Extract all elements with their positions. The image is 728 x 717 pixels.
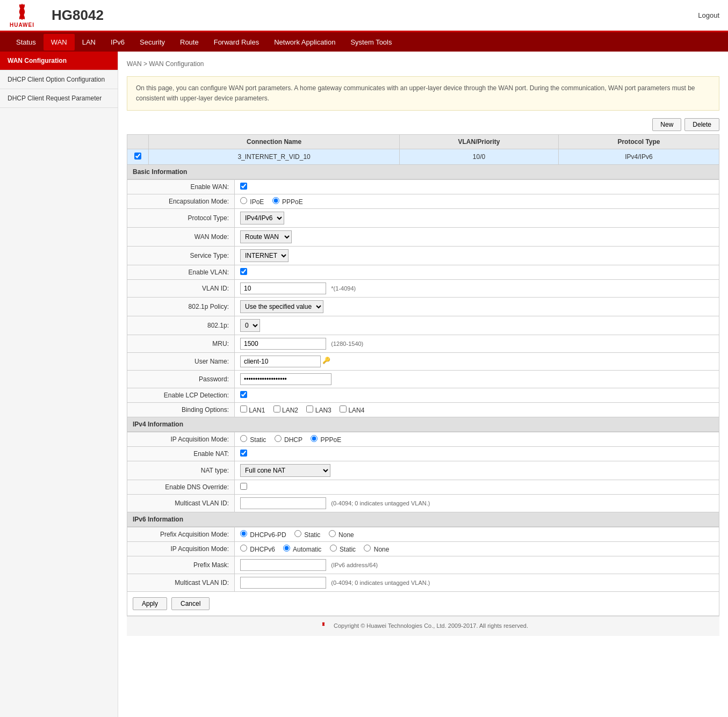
enable-lcp-checkbox[interactable] bbox=[240, 391, 247, 398]
footer: Copyright © Huawei Technologies Co., Ltd… bbox=[127, 616, 719, 636]
username-label: User Name: bbox=[127, 353, 235, 371]
vlan-priority-cell: 10/0 bbox=[400, 149, 559, 165]
nav-lan[interactable]: LAN bbox=[75, 34, 103, 50]
table-actions: New Delete bbox=[127, 118, 719, 131]
ipoe-radio-label: IPoE bbox=[240, 198, 266, 206]
ipv6-multicast-row: Multicast VLAN ID: (0-4094; 0 indicates … bbox=[127, 574, 719, 592]
service-type-select[interactable]: INTERNET bbox=[240, 249, 289, 262]
prefix-none-radio-label: None bbox=[329, 531, 354, 539]
static-radio[interactable] bbox=[240, 435, 247, 442]
multicast-vlan-hint: (0-4094; 0 indicates untagged VLAN.) bbox=[331, 500, 430, 506]
multicast-vlan-label: Multicast VLAN ID: bbox=[127, 495, 235, 512]
enable-vlan-row: Enable VLAN: bbox=[127, 265, 719, 280]
prefix-none-radio[interactable] bbox=[329, 530, 336, 537]
wan-mode-select[interactable]: Route WAN Bridge WAN bbox=[240, 230, 292, 243]
password-input[interactable] bbox=[240, 373, 331, 385]
sidebar-item-wan-config[interactable]: WAN Configuration bbox=[0, 52, 118, 70]
username-input[interactable] bbox=[240, 356, 321, 367]
service-type-row: Service Type: INTERNET bbox=[127, 247, 719, 265]
enable-wan-checkbox[interactable] bbox=[240, 183, 247, 190]
main-content: WAN > WAN Configuration On this page, yo… bbox=[118, 52, 728, 717]
col-protocol-type: Protocol Type bbox=[558, 135, 719, 149]
connection-name-cell: 3_INTERNET_R_VID_10 bbox=[149, 149, 400, 165]
brand-label: HUAWEI bbox=[10, 22, 34, 28]
nav-status[interactable]: Status bbox=[9, 34, 44, 50]
dhcpv6-radio-label: DHCPv6 bbox=[240, 546, 277, 553]
enable-dns-checkbox[interactable] bbox=[240, 483, 247, 490]
dhcpv6pd-radio[interactable] bbox=[240, 530, 247, 537]
nav-security[interactable]: Security bbox=[132, 34, 172, 50]
nat-type-select[interactable]: Full cone NAT Symmetric NAT Port Restric… bbox=[240, 464, 330, 477]
breadcrumb: WAN > WAN Configuration bbox=[127, 57, 719, 71]
nav-network-application[interactable]: Network Application bbox=[266, 34, 343, 50]
prefix-mask-row: Prefix Mask: (IPv6 address/64) bbox=[127, 556, 719, 574]
logout-button[interactable]: Logout bbox=[698, 11, 719, 19]
policy-802-1p-row: 802.1p Policy: Use the specified value R… bbox=[127, 298, 719, 316]
ipv6-static-radio-label: Static bbox=[330, 546, 358, 553]
vlan-id-input[interactable] bbox=[240, 283, 326, 294]
key-icon[interactable]: 🔑 bbox=[322, 357, 332, 366]
prefix-mask-input[interactable] bbox=[240, 559, 326, 571]
prefix-mask-hint: (IPv6 address/64) bbox=[331, 562, 378, 568]
prefix-static-radio-label: Static bbox=[294, 531, 322, 539]
lan2-checkbox[interactable] bbox=[273, 405, 280, 412]
logo-area: HUAWEI bbox=[9, 3, 35, 28]
service-type-label: Service Type: bbox=[127, 247, 235, 265]
enable-dns-row: Enable DNS Override: bbox=[127, 480, 719, 495]
ipv6-none-radio[interactable] bbox=[364, 545, 371, 552]
prefix-static-radio[interactable] bbox=[294, 530, 301, 537]
ipv6-ip-acq-label: IP Acquisition Mode: bbox=[127, 542, 235, 556]
enable-nat-checkbox[interactable] bbox=[240, 450, 247, 457]
binding-label: Binding Options: bbox=[127, 403, 235, 417]
ipv6-ip-acq-row: IP Acquisition Mode: DHCPv6 Automatic St… bbox=[127, 542, 719, 556]
mru-input[interactable] bbox=[240, 338, 326, 350]
binding-row: Binding Options: LAN1 LAN2 LAN3 LAN4 bbox=[127, 403, 719, 417]
ipv6-multicast-label: Multicast VLAN ID: bbox=[127, 574, 235, 592]
pppoe-radio-label: PPPoE bbox=[272, 198, 303, 206]
protocol-type-select[interactable]: IPv4/IPv6 IPv4 IPv6 bbox=[240, 212, 284, 224]
lan3-checkbox[interactable] bbox=[306, 405, 313, 412]
basic-info-header: Basic Information bbox=[127, 165, 719, 179]
apply-button[interactable]: Apply bbox=[133, 597, 167, 610]
protocol-type-cell: IPv4/IPv6 bbox=[558, 149, 719, 165]
ipv6-info-header: IPv6 Information bbox=[127, 512, 719, 527]
ipv6-multicast-input[interactable] bbox=[240, 577, 326, 589]
enable-vlan-checkbox[interactable] bbox=[240, 268, 247, 275]
dhcpv6-radio[interactable] bbox=[240, 545, 247, 552]
enable-vlan-label: Enable VLAN: bbox=[127, 265, 235, 280]
lan3-label: LAN3 bbox=[306, 407, 333, 414]
nav-wan[interactable]: WAN bbox=[44, 34, 75, 50]
dhcp-radio[interactable] bbox=[275, 435, 282, 442]
ipoe-radio[interactable] bbox=[240, 197, 247, 204]
basic-info-form: Enable WAN: Encapsulation Mode: IPoE PPP… bbox=[127, 179, 719, 417]
nav-ipv6[interactable]: IPv6 bbox=[103, 34, 132, 50]
pppoe-radio[interactable] bbox=[272, 197, 279, 204]
new-button[interactable]: New bbox=[652, 118, 681, 131]
enable-dns-label: Enable DNS Override: bbox=[127, 480, 235, 495]
cancel-button[interactable]: Cancel bbox=[171, 597, 210, 610]
sidebar-item-dhcp-option[interactable]: DHCP Client Option Configuration bbox=[0, 70, 118, 89]
ipv6-static-radio[interactable] bbox=[330, 545, 337, 552]
pppoe-acq-radio[interactable] bbox=[311, 435, 318, 442]
sidebar-item-dhcp-param[interactable]: DHCP Client Request Parameter bbox=[0, 89, 118, 108]
delete-button[interactable]: Delete bbox=[684, 118, 719, 131]
vlan-802-1p-row: 802.1p: 0 1 2 3 4 5 6 7 bbox=[127, 316, 719, 335]
lan4-checkbox[interactable] bbox=[340, 405, 347, 412]
row-checkbox[interactable] bbox=[134, 153, 141, 160]
table-row[interactable]: 3_INTERNET_R_VID_10 10/0 IPv4/IPv6 bbox=[127, 149, 719, 165]
ipv6-none-radio-label: None bbox=[364, 546, 389, 553]
ipv4-info-form: IP Acquisition Mode: Static DHCP PPPoE E… bbox=[127, 432, 719, 512]
info-box: On this page, you can configure WAN port… bbox=[127, 76, 719, 111]
footer-logo bbox=[318, 622, 329, 631]
ipv4-info-header: IPv4 Information bbox=[127, 417, 719, 432]
nav-system-tools[interactable]: System Tools bbox=[343, 34, 399, 50]
policy-802-1p-select[interactable]: Use the specified value Remarked by DSCP bbox=[240, 300, 323, 313]
automatic-radio[interactable] bbox=[283, 545, 290, 552]
enable-nat-label: Enable NAT: bbox=[127, 447, 235, 461]
nav-route[interactable]: Route bbox=[172, 34, 206, 50]
lan1-checkbox[interactable] bbox=[240, 405, 247, 412]
vlan-802-1p-select[interactable]: 0 1 2 3 4 5 6 7 bbox=[240, 319, 260, 332]
multicast-vlan-input[interactable] bbox=[240, 497, 326, 509]
mru-label: MRU: bbox=[127, 335, 235, 353]
nav-forward-rules[interactable]: Forward Rules bbox=[206, 34, 267, 50]
